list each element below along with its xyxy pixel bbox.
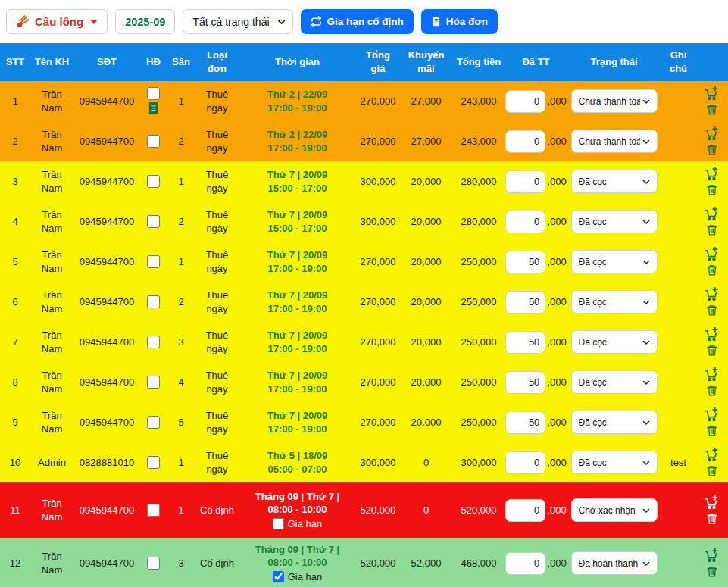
contract-checkbox[interactable] (147, 456, 160, 469)
cell-status: Đã cọc (567, 282, 661, 322)
cell-stt: 1 (0, 81, 30, 121)
renew-wrap: Gia hạn (241, 517, 354, 531)
cart-plus-icon[interactable] (705, 287, 719, 301)
trash-icon[interactable] (706, 223, 718, 236)
status-select[interactable]: Chưa thanh toán (571, 130, 658, 153)
cell-stt: 6 (0, 282, 30, 322)
cell-total-amount: 250,000 (452, 362, 505, 402)
cart-plus-icon[interactable] (705, 86, 719, 101)
time-line2: 17:00 - 19:00 (241, 101, 354, 115)
cart-plus-icon[interactable] (705, 327, 719, 342)
cell-time: Tháng 09 | Thứ 7 | 08:00 - 10:00 Gia hạn (239, 482, 356, 538)
cart-plus-icon[interactable] (705, 495, 719, 510)
trash-icon[interactable] (706, 103, 718, 116)
cell-note (661, 282, 695, 322)
renew-label: Gia hạn (288, 517, 323, 531)
contract-checkbox[interactable] (147, 416, 160, 429)
cell-time: Thứ 2 | 22/09 17:00 - 19:00 (239, 121, 356, 161)
cell-total-amount: 250,000 (452, 402, 505, 442)
cart-plus-icon[interactable] (705, 167, 719, 181)
status-select[interactable]: Đã cọc (571, 370, 658, 394)
cell-court: 1 (167, 442, 195, 482)
cell-total-amount: 280,000 (452, 161, 505, 201)
trash-icon[interactable] (706, 512, 718, 525)
paid-amount-input[interactable] (505, 411, 545, 434)
total-amount: 250,000 (461, 376, 497, 388)
cell-time: Thứ 7 | 20/09 15:00 - 17:00 (239, 201, 356, 242)
contract-checkbox[interactable] (147, 135, 160, 148)
paid-amount-input[interactable] (505, 291, 545, 314)
discount: 20,000 (411, 376, 442, 388)
contract-checkbox[interactable] (147, 504, 160, 517)
status-select[interactable]: Đã cọc (571, 330, 658, 354)
cart-plus-icon[interactable] (705, 247, 719, 261)
status-select[interactable]: Đã cọc (571, 210, 658, 233)
trash-icon[interactable] (706, 183, 718, 196)
cell-paid: ,000 (505, 442, 567, 482)
renew-fixed-button[interactable]: Gia hạn cố định (301, 9, 413, 34)
cell-order-type: Thuê ngày (195, 362, 239, 402)
cart-plus-icon[interactable] (705, 548, 719, 563)
status-select[interactable]: Đã cọc (571, 411, 658, 434)
status-select[interactable]: Đã cọc (571, 451, 658, 474)
contract-checkbox[interactable] (147, 376, 160, 389)
renew-checkbox[interactable] (273, 571, 284, 582)
paid-amount-input[interactable] (505, 211, 545, 233)
customer-name: Trần Nam (42, 209, 62, 234)
trash-icon[interactable] (706, 464, 718, 477)
contract-checkbox[interactable] (147, 175, 160, 188)
paid-amount-input[interactable] (505, 130, 545, 153)
status-select[interactable]: Đã hoàn thành (571, 551, 658, 575)
trash-icon[interactable] (706, 143, 718, 156)
cell-stt: 8 (0, 362, 30, 402)
paid-amount-input[interactable] (505, 499, 545, 522)
month-picker[interactable]: 2025-09 (115, 9, 175, 34)
total-price: 270,000 (361, 336, 396, 348)
paid-amount-input[interactable] (505, 251, 545, 273)
trash-icon[interactable] (706, 424, 718, 437)
receipt-icon[interactable] (147, 101, 160, 116)
trash-icon[interactable] (706, 565, 718, 578)
paid-suffix: ,000 (547, 504, 566, 517)
status-select[interactable]: Đã cọc (571, 170, 658, 193)
contract-checkbox[interactable] (147, 255, 160, 268)
status-select[interactable]: Đã cọc (571, 290, 658, 314)
paid-amount-input[interactable] (505, 552, 545, 575)
paid-amount-input[interactable] (505, 371, 545, 394)
cart-plus-icon[interactable] (705, 448, 719, 462)
status-select[interactable]: Đã cọc (571, 250, 658, 273)
cart-plus-icon[interactable] (705, 207, 719, 221)
cart-plus-icon[interactable] (705, 367, 719, 382)
cart-plus-icon[interactable] (705, 407, 719, 422)
contract-checkbox[interactable] (147, 295, 160, 308)
invoice-button[interactable]: Hóa đơn (421, 9, 498, 34)
contract-checkbox[interactable] (147, 336, 160, 348)
contract-checkbox[interactable] (147, 87, 160, 100)
status-filter-select[interactable]: Tất cả trạng thái (183, 9, 293, 34)
cart-plus-icon[interactable] (705, 126, 719, 141)
status-select[interactable]: Chờ xác nhận (571, 498, 658, 522)
phone-number: 0828881010 (80, 457, 134, 468)
court-number: 1 (178, 457, 183, 468)
total-price: 300,000 (361, 457, 396, 468)
trash-icon[interactable] (706, 304, 718, 317)
status-select[interactable]: Chưa thanh toán (571, 89, 658, 113)
paid-amount-input[interactable] (505, 90, 545, 113)
contract-checkbox[interactable] (147, 557, 160, 570)
cell-discount: 27,000 (400, 121, 452, 161)
renew-checkbox[interactable] (273, 518, 284, 529)
customer-name: Trần Nam (42, 169, 62, 194)
paid-amount-input[interactable] (505, 170, 545, 193)
trash-icon[interactable] (706, 384, 718, 397)
sport-selector-button[interactable]: Cầu lông (6, 9, 108, 34)
trash-icon[interactable] (706, 264, 718, 276)
cell-court: 2 (167, 282, 195, 322)
trash-icon[interactable] (706, 344, 718, 357)
contract-checkbox[interactable] (147, 215, 160, 228)
paid-amount-input[interactable] (505, 451, 545, 474)
paid-amount-input[interactable] (505, 331, 545, 354)
customer-name: Trần Nam (42, 410, 62, 435)
total-price: 300,000 (361, 176, 396, 187)
time-line1: Tháng 09 | Thứ 7 | (241, 490, 354, 504)
row-index: 12 (10, 557, 20, 569)
